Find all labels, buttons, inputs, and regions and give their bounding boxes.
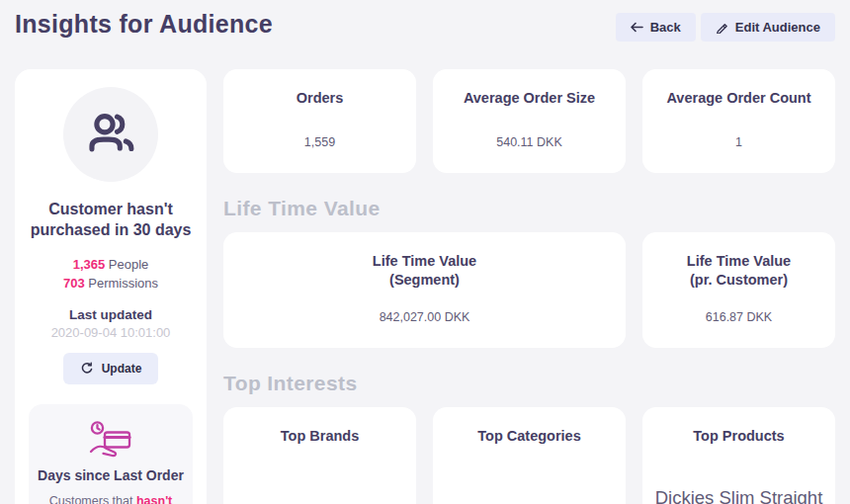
last-updated-timestamp: 2020-09-04 10:01:00 (29, 325, 193, 340)
average-order-count-title: Average Order Count (654, 89, 823, 108)
audience-name: Customer hasn't purchased in 30 days (29, 200, 193, 241)
description-highlight: hasn't (136, 494, 172, 504)
orders-card-title: Orders (235, 89, 404, 108)
ltv-segment-card: Life Time Value (Segment) 842,027.00 DKK (223, 232, 626, 348)
orders-card-value: 1,559 (235, 135, 404, 149)
permissions-count: 703 (63, 276, 85, 291)
last-updated-label: Last updated (29, 307, 193, 322)
top-products-card: Top Products Dickies Slim Straight 873 W… (642, 407, 835, 504)
header-actions: Back Edit Audience (616, 10, 835, 42)
main-content: Orders 1,559 Average Order Size 540.11 D… (223, 69, 835, 504)
ltv-per-customer-title: Life Time Value (pr. Customer) (654, 252, 823, 290)
average-order-count-value: 1 (654, 135, 823, 149)
ltv-per-customer-title-line1: Life Time Value (654, 252, 823, 271)
update-button-label: Update (102, 362, 142, 376)
avatar (63, 87, 158, 182)
life-time-value-section-title: Life Time Value (223, 197, 835, 220)
ltv-segment-title-line2: (Segment) (235, 271, 614, 290)
days-since-last-order-title: Days since Last Order (38, 467, 184, 483)
content-layout: Customer hasn't purchased in 30 days 1,3… (0, 61, 850, 504)
top-brands-card: Top Brands Pelle Pelle (223, 407, 416, 504)
orders-card: Orders 1,559 (223, 69, 416, 173)
top-products-title: Top Products (654, 427, 823, 446)
back-button[interactable]: Back (616, 13, 696, 42)
purchase-clock-icon (88, 420, 133, 458)
ltv-per-customer-title-line2: (pr. Customer) (654, 271, 823, 290)
top-products-value: Dickies Slim Straight 873 Work Pants (654, 486, 823, 504)
people-count-row: 1,365 People (29, 255, 193, 275)
permissions-label: Permissions (88, 276, 158, 291)
ltv-per-customer-card: Life Time Value (pr. Customer) 616.87 DK… (642, 232, 835, 348)
top-categories-title: Top Categories (445, 427, 614, 446)
audience-profile-card: Customer hasn't purchased in 30 days 1,3… (15, 69, 207, 504)
top-interests-section-title: Top Interests (223, 372, 835, 395)
pencil-icon (716, 21, 728, 34)
back-arrow-icon (631, 22, 643, 33)
audience-counts: 1,365 People 703 Permissions (29, 255, 193, 294)
life-time-value-row: Life Time Value (Segment) 842,027.00 DKK… (223, 232, 835, 348)
average-order-size-title: Average Order Size (445, 89, 614, 108)
back-button-label: Back (650, 21, 681, 34)
page-title: Insights for Audience (15, 10, 273, 39)
ltv-segment-title: Life Time Value (Segment) (235, 252, 614, 290)
ltv-segment-value: 842,027.00 DKK (235, 310, 614, 324)
average-order-size-value: 540.11 DKK (445, 135, 614, 149)
people-count: 1,365 (73, 257, 106, 272)
days-since-last-order-card: Days since Last Order Customers that has… (29, 404, 193, 504)
refresh-icon (80, 362, 94, 376)
people-label: People (109, 257, 148, 272)
days-since-last-order-description: Customers that hasn't made a purchase th… (38, 492, 184, 504)
top-brands-title: Top Brands (235, 427, 404, 446)
permissions-count-row: 703 Permissions (29, 274, 193, 294)
description-pre: Customers that (49, 494, 133, 504)
stats-row: Orders 1,559 Average Order Size 540.11 D… (223, 69, 835, 173)
ltv-per-customer-value: 616.87 DKK (654, 310, 823, 324)
top-interests-row: Top Brands Pelle Pelle Top Categories He… (223, 407, 835, 504)
edit-audience-button[interactable]: Edit Audience (701, 13, 835, 42)
people-icon (85, 109, 136, 160)
top-categories-card: Top Categories Herre (433, 407, 626, 504)
average-order-size-card: Average Order Size 540.11 DKK (433, 69, 626, 173)
edit-audience-button-label: Edit Audience (735, 21, 820, 34)
update-button[interactable]: Update (63, 353, 159, 384)
page-header: Insights for Audience Back Edit Audience (0, 0, 850, 61)
average-order-count-card: Average Order Count 1 (642, 69, 835, 173)
ltv-segment-title-line1: Life Time Value (235, 252, 614, 271)
